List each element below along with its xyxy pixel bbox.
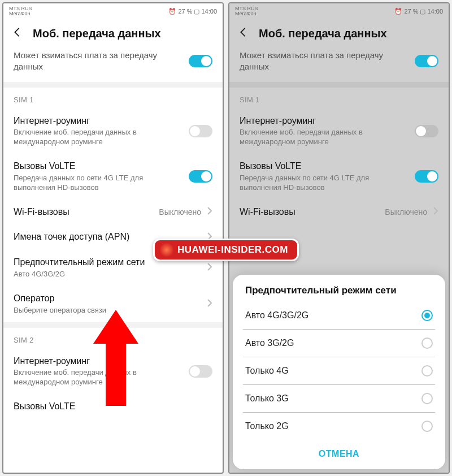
operator-title: Оператор bbox=[14, 293, 201, 305]
network-mode-option[interactable]: Авто 3G/2G bbox=[233, 330, 445, 357]
wifi-calling-title: Wi-Fi-вызовы bbox=[240, 206, 379, 218]
status-bar: MTS RUS МегаФон ⏰ 27 % ▢ 14:00 bbox=[229, 3, 449, 19]
page-title: Моб. передача данных bbox=[259, 27, 387, 40]
volte-row[interactable]: Вызовы VoLTE Передача данных по сети 4G … bbox=[229, 154, 449, 200]
battery-icon: ▢ bbox=[420, 8, 425, 15]
network-mode-option[interactable]: Только 3G bbox=[233, 385, 445, 412]
operator-row[interactable]: Оператор Выберите оператора связи bbox=[3, 286, 223, 322]
clock: 14:00 bbox=[427, 8, 443, 15]
roaming-row[interactable]: Интернет-роуминг Включение моб. передачи… bbox=[229, 109, 449, 154]
chevron-right-icon bbox=[207, 299, 212, 309]
network-mode-dialog: Предпочтительный режим сети Авто 4G/3G/2… bbox=[233, 275, 445, 469]
chevron-right-icon bbox=[207, 263, 212, 273]
battery-percent: 27 % bbox=[178, 8, 192, 15]
roaming-title: Интернет-роуминг bbox=[14, 115, 183, 127]
back-icon[interactable] bbox=[11, 26, 24, 41]
network-mode-option[interactable]: Авто 4G/3G/2G bbox=[233, 302, 445, 329]
back-icon[interactable] bbox=[237, 26, 250, 41]
volte-toggle[interactable] bbox=[415, 170, 438, 183]
option-label: Только 3G bbox=[245, 393, 289, 404]
page-header: Моб. передача данных bbox=[3, 19, 223, 45]
mobile-data-row[interactable]: Может взиматься плата за передачу данных bbox=[229, 45, 449, 88]
wifi-calling-title: Wi-Fi-вызовы bbox=[14, 206, 153, 218]
section-divider bbox=[3, 322, 223, 328]
wifi-calling-value: Выключено bbox=[159, 207, 201, 217]
roaming-sub: Включение моб. передачи данных в междуна… bbox=[240, 128, 409, 147]
network-mode-sub: Авто 4G/3G/2G bbox=[14, 270, 201, 279]
clock: 14:00 bbox=[201, 8, 217, 15]
watermark-badge: HUAWEI-INSIDER.COM bbox=[153, 239, 299, 261]
sim1-label: SIM 1 bbox=[229, 88, 449, 109]
dialog-title: Предпочтительный режим сети bbox=[233, 285, 445, 302]
volte-title: Вызовы VoLTE bbox=[14, 161, 183, 172]
volte-row[interactable]: Вызовы VoLTE Передача данных по сети 4G … bbox=[3, 154, 223, 200]
option-label: Авто 3G/2G bbox=[245, 338, 294, 348]
volte-title-sim2: Вызовы VoLTE bbox=[14, 401, 212, 413]
sim2-label: SIM 2 bbox=[3, 328, 223, 349]
alarm-icon: ⏰ bbox=[168, 8, 176, 15]
volte-row-sim2[interactable]: Вызовы VoLTE bbox=[3, 394, 223, 419]
mobile-data-label: Может взиматься плата за передачу данных bbox=[240, 50, 408, 73]
phone-right: MTS RUS МегаФон ⏰ 27 % ▢ 14:00 Моб. пере… bbox=[228, 2, 450, 474]
sim1-label: SIM 1 bbox=[3, 88, 223, 109]
mobile-data-label: Может взиматься плата за передачу данных bbox=[14, 50, 182, 73]
mobile-data-toggle[interactable] bbox=[415, 55, 438, 67]
page-title: Моб. передача данных bbox=[33, 27, 161, 40]
radio-icon[interactable] bbox=[421, 421, 433, 432]
volte-toggle[interactable] bbox=[189, 170, 212, 183]
roaming-toggle-sim2[interactable] bbox=[189, 365, 212, 378]
roaming-title: Интернет-роуминг bbox=[240, 115, 409, 127]
roaming-sub: Включение моб. передачи данных в междуна… bbox=[14, 128, 183, 147]
operator-sub: Выберите оператора связи bbox=[14, 306, 201, 315]
chevron-right-icon bbox=[433, 207, 438, 217]
phone-left: MTS RUS МегаФон ⏰ 27 % ▢ 14:00 Моб. пере… bbox=[2, 2, 224, 474]
radio-icon[interactable] bbox=[421, 337, 433, 349]
carrier-2: МегаФон bbox=[9, 11, 32, 16]
option-label: Только 2G bbox=[245, 421, 289, 431]
wifi-calling-row[interactable]: Wi-Fi-вызовы Выключено bbox=[229, 200, 449, 225]
roaming-toggle[interactable] bbox=[415, 125, 438, 137]
roaming-row[interactable]: Интернет-роуминг Включение моб. передачи… bbox=[3, 109, 223, 154]
mobile-data-toggle[interactable] bbox=[189, 55, 212, 67]
wifi-calling-value: Выключено bbox=[385, 207, 427, 217]
volte-sub: Передача данных по сети 4G LTE для выпол… bbox=[240, 174, 409, 193]
option-label: Только 4G bbox=[245, 366, 289, 376]
radio-icon[interactable] bbox=[421, 310, 433, 321]
carrier-2: МегаФон bbox=[235, 11, 258, 16]
volte-sub: Передача данных по сети 4G LTE для выпол… bbox=[14, 174, 183, 193]
volte-title: Вызовы VoLTE bbox=[240, 161, 409, 172]
status-bar: MTS RUS МегаФон ⏰ 27 % ▢ 14:00 bbox=[3, 3, 223, 19]
battery-percent: 27 % bbox=[404, 8, 418, 15]
dialog-cancel-button[interactable]: ОТМЕНА bbox=[233, 440, 445, 465]
roaming-toggle[interactable] bbox=[189, 125, 212, 137]
chevron-right-icon bbox=[207, 207, 212, 217]
roaming-sub-sim2: Включение моб. передачи данных в междуна… bbox=[14, 368, 183, 387]
radio-icon[interactable] bbox=[421, 393, 433, 404]
network-mode-option[interactable]: Только 4G bbox=[233, 357, 445, 384]
roaming-row-sim2[interactable]: Интернет-роуминг Включение моб. передачи… bbox=[3, 349, 223, 395]
wifi-calling-row[interactable]: Wi-Fi-вызовы Выключено bbox=[3, 200, 223, 225]
page-header: Моб. передача данных bbox=[229, 19, 449, 45]
mobile-data-row[interactable]: Может взиматься плата за передачу данных bbox=[3, 45, 223, 88]
alarm-icon: ⏰ bbox=[394, 8, 402, 15]
roaming-title-sim2: Интернет-роуминг bbox=[14, 356, 183, 367]
radio-icon[interactable] bbox=[421, 365, 433, 377]
network-mode-option[interactable]: Только 2G bbox=[233, 413, 445, 440]
battery-icon: ▢ bbox=[194, 8, 199, 15]
option-label: Авто 4G/3G/2G bbox=[245, 310, 308, 321]
